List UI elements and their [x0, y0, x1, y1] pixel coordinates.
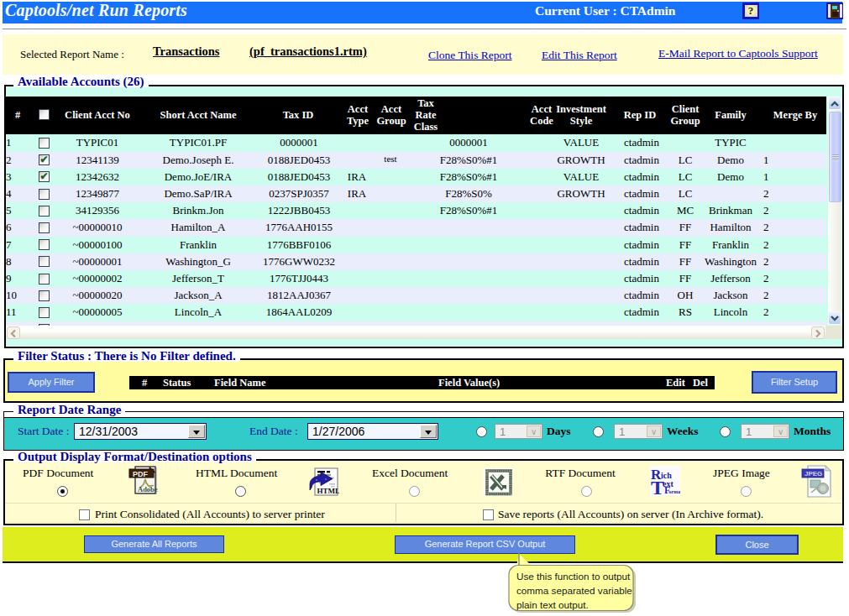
- svg-text:plain text output.: plain text output.: [516, 599, 589, 610]
- svg-text:ormat: ormat: [669, 489, 681, 494]
- svg-text:Adobe: Adobe: [138, 485, 158, 493]
- svg-text:comma separated variable: comma separated variable: [516, 585, 632, 596]
- svg-text:JPEG: JPEG: [804, 470, 822, 478]
- svg-text:PDF: PDF: [133, 470, 149, 478]
- svg-text:Use this function to output: Use this function to output: [516, 571, 631, 582]
- svg-text:HTML: HTML: [317, 487, 340, 495]
